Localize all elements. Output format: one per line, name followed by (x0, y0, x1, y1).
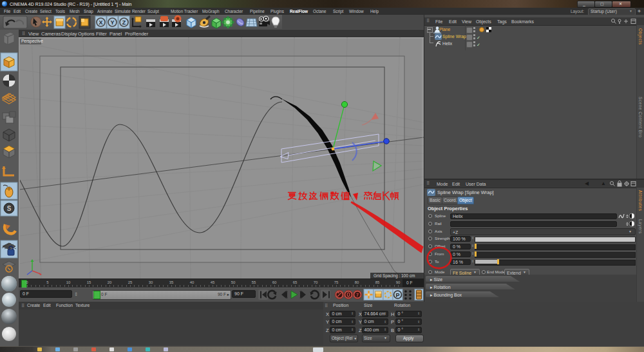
svg-text:7: 7 (356, 293, 359, 297)
svg-text:Y: Y (110, 19, 114, 26)
svg-text:X: X (99, 19, 102, 26)
svg-text:S: S (7, 205, 12, 212)
svg-text:Z: Z (122, 19, 126, 26)
svg-text:P: P (395, 292, 399, 298)
